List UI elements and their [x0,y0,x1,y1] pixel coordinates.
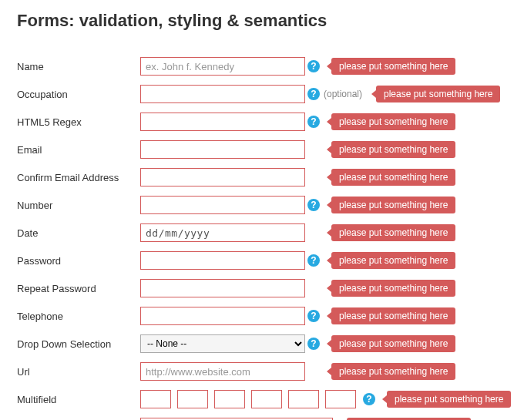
label-date: Date [17,227,140,239]
label-occupation: Occupation [17,89,140,100]
row-repeat-password: Repeat Password ? please put something h… [17,279,507,297]
row-password: Password ? please put something here [17,251,507,270]
error-badge: please put something here [331,363,455,380]
error-badge: please put something here [376,86,500,102]
multifield-input-1[interactable] [140,390,171,408]
error-badge: please put something here [331,58,455,75]
label-confirm-email: Confirm Email Address [17,172,140,183]
password-input[interactable] [140,251,305,270]
row-occupation: Occupation ? (optional) please put somet… [17,85,507,103]
label-telephone: Telephone [17,311,140,322]
error-badge: please put something here [331,252,455,269]
row-date: Date ? please put something here [17,223,507,242]
row-confirm-email: Confirm Email Address ? please put somet… [17,168,507,186]
row-multifield: Multifield ? please put something here [17,390,507,408]
label-name: Name [17,61,140,72]
help-icon[interactable]: ? [307,310,320,322]
error-badge: please put something here [331,141,455,158]
name-input[interactable] [140,57,305,76]
row-dropdown: Drop Down Selection -- None -- ? please … [17,334,507,353]
label-url: Url [17,366,140,378]
multifield-input-4[interactable] [251,390,282,408]
row-regex: HTML5 Regex ? please put something here [17,113,507,131]
row-telephone: Telephone ? please put something here [17,307,507,325]
row-name: Name ? please put something here [17,57,507,76]
repeat-password-input[interactable] [140,279,305,297]
row-number: Number ? please put something here [17,196,507,214]
confirm-email-input[interactable] [140,168,305,186]
occupation-input[interactable] [140,85,305,103]
row-email: Email ? please put something here [17,140,507,159]
error-badge: please put something here [331,197,455,213]
error-badge: please put something here [331,280,455,297]
error-badge: please put something here [331,224,455,241]
multifield-input-2[interactable] [177,390,208,408]
url-input[interactable] [140,362,305,381]
error-badge: please put something here [387,391,511,408]
label-number: Number [17,200,140,211]
help-icon[interactable]: ? [307,199,320,211]
error-badge: please put something here [331,113,455,130]
help-icon[interactable]: ? [307,88,320,100]
help-icon[interactable]: ? [363,393,375,405]
label-password: Password [17,255,140,267]
page-title: Forms: validation, styling & semantics [17,11,507,31]
label-dropdown: Drop Down Selection [17,338,140,350]
help-icon[interactable]: ? [307,116,320,128]
error-badge: please put something here [331,169,455,186]
help-icon[interactable]: ? [307,254,320,267]
error-badge: please put something here [331,307,455,324]
multifield-input-5[interactable] [288,390,319,408]
dropdown-select[interactable]: -- None -- [140,334,305,353]
multifield-group [140,390,356,408]
label-email: Email [17,144,140,156]
multifield-input-3[interactable] [214,390,245,408]
help-icon[interactable]: ? [307,338,320,350]
label-regex: HTML5 Regex [17,116,140,128]
optional-label: (optional) [322,89,367,99]
telephone-input[interactable] [140,307,305,325]
label-repeat-password: Repeat Password [17,283,140,294]
date-input[interactable] [140,223,305,242]
number-input[interactable] [140,196,305,214]
regex-input[interactable] [140,113,305,131]
multifield-input-6[interactable] [325,390,356,408]
label-multifield: Multifield [17,394,140,405]
help-icon[interactable]: ? [307,60,320,72]
error-badge: please put something here [331,335,455,352]
email-input[interactable] [140,140,305,159]
row-url: Url ? please put something here [17,362,507,381]
